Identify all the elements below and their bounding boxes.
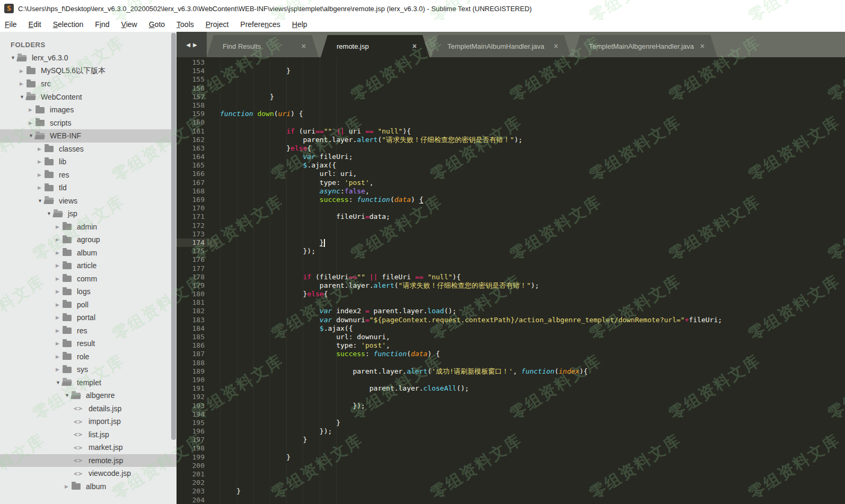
chevron-right-icon[interactable]: ▶	[38, 146, 45, 152]
sidebar-item-portal[interactable]: ▶portal	[0, 311, 177, 324]
sidebar-item-webcontent[interactable]: ▼WebContent	[0, 91, 177, 104]
code-line	[217, 298, 845, 307]
line-number: 175	[177, 247, 217, 255]
sidebar-item-admin[interactable]: ▶admin	[0, 220, 177, 234]
sidebar-item-remote.jsp[interactable]: <>remote.jsp	[0, 454, 177, 467]
menu-item-edit[interactable]: Edit	[29, 20, 41, 29]
sidebar-item-label: album	[86, 482, 106, 491]
tab-label: Find Results	[223, 42, 261, 50]
menu-item-find[interactable]: Find	[95, 20, 109, 29]
sidebar-item-label: list.jsp	[89, 430, 109, 439]
chevron-right-icon[interactable]: ▶	[38, 159, 45, 164]
menu-item-preferences[interactable]: Preferences	[240, 20, 280, 29]
chevron-right-icon[interactable]: ▶	[29, 107, 36, 112]
sidebar-item-sys[interactable]: ▶sys	[0, 363, 177, 376]
sidebar-item-logs[interactable]: ▶logs	[0, 285, 177, 298]
menu-bar: FileEditSelectionFindViewGotoToolsProjec…	[0, 17, 845, 32]
chevron-right-icon[interactable]: ▶	[56, 367, 63, 372]
line-number: 204	[177, 496, 217, 504]
tab-templetmainalbumhandler-java[interactable]: TempletMainAlbumHandler.java×	[432, 35, 571, 57]
sidebar-item-label: WEB-INF	[50, 131, 81, 140]
chevron-right-icon[interactable]: ▶	[56, 237, 63, 242]
sidebar-item-classes[interactable]: ▶classes	[0, 143, 177, 156]
sidebar-item-mysql5.6以下版本[interactable]: ▶MySQL5.6以下版本	[0, 65, 177, 78]
chevron-right-icon[interactable]: ▶	[38, 185, 45, 190]
menu-item-help[interactable]: Help	[292, 20, 307, 29]
sidebar-item-list.jsp[interactable]: <>list.jsp	[0, 428, 177, 441]
sidebar-item-lerx_v6.3.0[interactable]: ▼lerx_v6.3.0	[0, 51, 177, 65]
line-number: 171	[177, 213, 217, 221]
sidebar-item-label: scripts	[50, 119, 71, 127]
sidebar-item-album[interactable]: ▶album	[0, 246, 177, 260]
sidebar-item-res[interactable]: ▶res	[0, 324, 177, 338]
sidebar-item-album[interactable]: ▶album	[0, 480, 177, 493]
tab-scroll-right-icon[interactable]: ▶	[193, 42, 197, 48]
chevron-right-icon[interactable]: ▶	[56, 315, 63, 320]
chevron-right-icon[interactable]: ▶	[56, 341, 63, 346]
chevron-right-icon[interactable]: ▶	[65, 484, 72, 489]
sidebar-item-lib[interactable]: ▶lib	[0, 155, 177, 169]
menu-item-selection[interactable]: Selection	[53, 20, 84, 29]
tab-find-results[interactable]: Find Results×	[207, 35, 319, 57]
sidebar-item-tld[interactable]: ▶tld	[0, 181, 177, 194]
tab-close-icon[interactable]: ×	[700, 42, 705, 50]
line-number: 163	[177, 144, 217, 153]
sidebar-item-web-inf[interactable]: ▼WEB-INF	[0, 129, 177, 143]
code-content[interactable]: } }function down(uri) { if (uri=="" || u…	[217, 57, 845, 504]
sidebar-item-result[interactable]: ▶result	[0, 337, 177, 350]
sidebar-item-viewcode.jsp[interactable]: <>viewcode.jsp	[0, 467, 177, 480]
chevron-right-icon[interactable]: ▶	[56, 263, 63, 268]
tab-scroll-left-icon[interactable]: ◀	[186, 42, 190, 48]
chevron-right-icon[interactable]: ▶	[56, 289, 63, 294]
menu-item-tools[interactable]: Tools	[177, 20, 194, 29]
tab-close-icon[interactable]: ×	[302, 42, 306, 50]
sidebar-item-poll[interactable]: ▶poll	[0, 298, 177, 312]
sidebar-scrollbar[interactable]	[171, 33, 176, 440]
sidebar-item-role[interactable]: ▶role	[0, 350, 177, 364]
tab-remote-jsp[interactable]: remote.jsp×	[321, 35, 429, 57]
chevron-right-icon[interactable]: ▶	[56, 224, 63, 229]
code-editor[interactable]: 1531541551561571581591601611621631641651…	[177, 57, 845, 504]
code-line	[217, 204, 845, 213]
file-code-icon: <>	[74, 444, 84, 452]
sidebar-item-article[interactable]: ▶article	[0, 259, 177, 272]
chevron-right-icon[interactable]: ▶	[56, 328, 63, 333]
sidebar-item-images[interactable]: ▶images	[0, 103, 177, 117]
chevron-right-icon[interactable]: ▶	[29, 120, 36, 126]
tab-close-icon[interactable]: ×	[412, 42, 417, 50]
menu-item-goto[interactable]: Goto	[149, 20, 165, 29]
tab-close-icon[interactable]: ×	[554, 42, 558, 50]
sidebar-item-comm[interactable]: ▶comm	[0, 272, 177, 286]
tab-nav-arrows[interactable]: ◀ ▶	[177, 32, 207, 57]
chevron-right-icon[interactable]: ▶	[56, 276, 63, 281]
sidebar-item-import.jsp[interactable]: <>import.jsp	[0, 415, 177, 428]
chevron-right-icon[interactable]: ▶	[56, 354, 63, 359]
sidebar-item-scripts[interactable]: ▶scripts	[0, 117, 177, 130]
sidebar-item-src[interactable]: ▶src	[0, 77, 177, 91]
chevron-right-icon[interactable]: ▶	[56, 250, 63, 255]
sidebar-item-details.jsp[interactable]: <>details.jsp	[0, 402, 177, 415]
sidebar-item-label: logs	[77, 287, 91, 296]
sidebar-item-res[interactable]: ▶res	[0, 169, 177, 182]
code-line	[217, 58, 845, 67]
file-code-icon: <>	[74, 418, 84, 426]
sidebar-item-views[interactable]: ▼views	[0, 194, 177, 208]
sidebar-item-label: lerx_v6.3.0	[32, 54, 68, 62]
chevron-right-icon[interactable]: ▶	[56, 302, 63, 307]
sidebar-item-albgenre[interactable]: ▼albgenre	[0, 389, 177, 402]
sidebar-item-agroup[interactable]: ▶agroup	[0, 233, 177, 246]
chevron-right-icon[interactable]: ▶	[20, 68, 27, 74]
tab-templetmainalbgenrehandler-java[interactable]: TempletMainAlbgenreHandler.java×	[573, 35, 717, 57]
line-number: 189	[177, 367, 217, 376]
line-number: 182	[177, 307, 217, 315]
code-line: url: downuri,	[217, 333, 845, 341]
sidebar-item-jsp[interactable]: ▼jsp	[0, 207, 177, 220]
chevron-right-icon[interactable]: ▶	[20, 81, 27, 86]
menu-item-view[interactable]: View	[121, 20, 137, 29]
menu-item-file[interactable]: File	[5, 20, 17, 29]
code-line: }	[217, 67, 845, 75]
sidebar-item-templet[interactable]: ▼templet	[0, 376, 177, 390]
menu-item-project[interactable]: Project	[206, 20, 229, 29]
chevron-right-icon[interactable]: ▶	[38, 172, 45, 178]
sidebar-item-market.jsp[interactable]: <>market.jsp	[0, 441, 177, 454]
